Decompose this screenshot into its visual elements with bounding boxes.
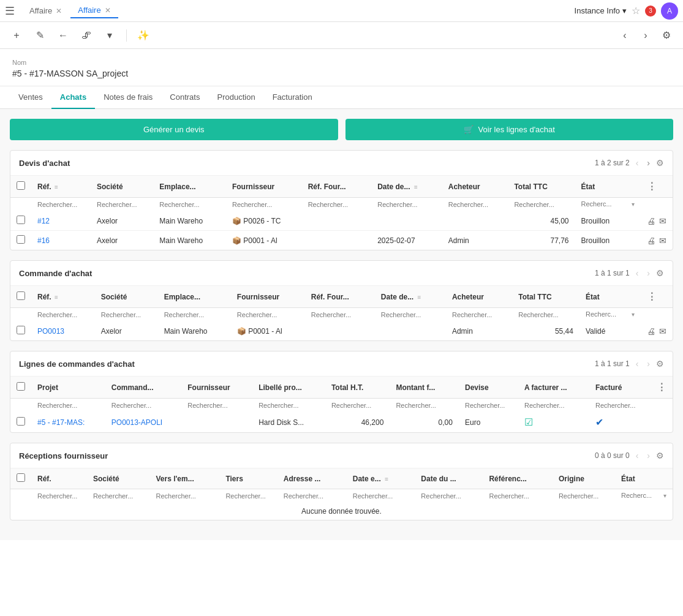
col-devise-lc[interactable]: Devise xyxy=(459,377,518,399)
search-societe-ca-input[interactable] xyxy=(101,311,152,318)
tab-achats[interactable]: Achats xyxy=(51,86,95,109)
col-adresse-rf[interactable]: Adresse ... xyxy=(277,468,347,489)
search-vers-em-rf[interactable] xyxy=(149,489,219,503)
search-tiers-rf-input[interactable] xyxy=(225,492,271,500)
instance-info-button[interactable]: Instance Info ▾ xyxy=(575,6,627,15)
col-reference-rf[interactable]: Référenc... xyxy=(483,468,552,489)
tab-affaire-1[interactable]: Affaire ✕ xyxy=(22,4,69,18)
notification-badge[interactable]: 3 xyxy=(645,6,656,17)
search-etat-da-input[interactable] xyxy=(581,200,630,208)
search-origine-rf-input[interactable] xyxy=(559,492,609,500)
col-acheteur-da[interactable]: Acheteur xyxy=(442,176,508,198)
search-etat-ca[interactable]: ▾ xyxy=(579,308,641,320)
search-ref-rf[interactable] xyxy=(31,489,87,503)
col-etat-ca[interactable]: État xyxy=(579,286,641,308)
receptions-fournisseur-prev[interactable]: ‹ xyxy=(633,449,641,462)
more-da[interactable]: ⋮ xyxy=(647,181,657,192)
search-date-da[interactable] xyxy=(371,198,442,212)
etat-dropdown-arrow-rf[interactable]: ▾ xyxy=(663,492,666,499)
add-button[interactable]: + xyxy=(7,26,26,45)
search-ref-ca[interactable] xyxy=(31,308,95,322)
receptions-fournisseur-settings[interactable]: ⚙ xyxy=(656,451,664,460)
wand-button[interactable]: ✨ xyxy=(134,26,153,45)
col-date-ca[interactable]: Date de... ≡ xyxy=(375,286,446,308)
search-ref-ca-input[interactable] xyxy=(37,311,89,318)
search-etat-rf-input[interactable] xyxy=(621,492,662,499)
search-etat-rf[interactable]: ▾ xyxy=(615,489,673,501)
col-emplacement-ca[interactable]: Emplace... xyxy=(158,286,231,308)
commande-achat-next[interactable]: › xyxy=(644,267,652,279)
commande-achat-prev[interactable]: ‹ xyxy=(633,267,641,279)
etat-dropdown-arrow-da[interactable]: ▾ xyxy=(632,201,635,208)
col-date-da[interactable]: Date de... ≡ xyxy=(371,176,442,198)
col-a-facturer-lc[interactable]: A facturer ... xyxy=(518,377,589,399)
col-tiers-rf[interactable]: Tiers xyxy=(219,468,277,489)
tab-facturation[interactable]: Facturation xyxy=(264,86,321,109)
email-btn-da-2[interactable]: ✉ xyxy=(659,236,666,246)
row-commande-lc-1[interactable]: PO0013-APOLI xyxy=(105,412,181,432)
search-etat-ca-input[interactable] xyxy=(586,310,630,318)
col-vers-em-rf[interactable]: Vers l'em... xyxy=(149,468,219,489)
checkbox-da-2[interactable] xyxy=(17,235,25,244)
search-emplacement-ca-input[interactable] xyxy=(164,311,225,318)
col-emplacement-da[interactable]: Emplace... xyxy=(153,176,226,198)
search-ref-four-ca[interactable] xyxy=(305,308,375,322)
search-total-da[interactable] xyxy=(508,198,575,212)
tab-ventes[interactable]: Ventes xyxy=(10,86,51,109)
search-vers-em-rf-input[interactable] xyxy=(156,492,213,500)
commande-achat-settings[interactable]: ⚙ xyxy=(656,268,664,278)
select-all-ca[interactable] xyxy=(17,291,25,300)
col-ref-four-da[interactable]: Réf. Four... xyxy=(302,176,372,198)
lignes-commandes-next[interactable]: › xyxy=(644,358,652,370)
lignes-commandes-settings[interactable]: ⚙ xyxy=(656,359,664,369)
col-societe-rf[interactable]: Société xyxy=(87,468,150,489)
search-total-da-input[interactable] xyxy=(514,201,568,208)
tab-close-2[interactable]: ✕ xyxy=(105,6,111,15)
col-ref-da[interactable]: Réf. ≡ xyxy=(31,176,91,198)
favorite-icon[interactable]: ☆ xyxy=(632,5,640,17)
col-total-ht-lc[interactable]: Total H.T. xyxy=(325,377,390,399)
search-ref-da[interactable] xyxy=(31,198,91,212)
search-societe-rf-input[interactable] xyxy=(93,492,144,500)
attach-button[interactable]: 🖇 xyxy=(77,26,96,45)
row-checkbox-ca-1[interactable] xyxy=(10,321,31,340)
search-adresse-rf[interactable] xyxy=(277,489,347,503)
col-acheteur-ca[interactable]: Acheteur xyxy=(446,286,512,308)
col-date-du-rf[interactable]: Date du ... xyxy=(415,468,483,489)
edit-button[interactable]: ✎ xyxy=(31,26,49,45)
search-date-e-rf[interactable] xyxy=(347,489,415,503)
row-ref-ca-1[interactable]: PO0013 xyxy=(31,321,95,340)
search-fournisseur-ca-input[interactable] xyxy=(237,311,299,318)
email-btn-ca-1[interactable]: ✉ xyxy=(659,326,666,336)
search-societe-da[interactable] xyxy=(91,198,153,212)
view-purchase-lines-button[interactable]: 🛒 Voir les lignes d'achat xyxy=(345,119,674,140)
search-total-ht-lc[interactable] xyxy=(325,399,390,413)
search-facture-lc[interactable] xyxy=(589,399,651,413)
prev-record-button[interactable]: ‹ xyxy=(616,26,634,45)
col-total-da[interactable]: Total TTC xyxy=(508,176,575,198)
checkbox-ca-1[interactable] xyxy=(17,326,25,334)
search-fournisseur-lc-input[interactable] xyxy=(187,402,246,409)
col-societe-da[interactable]: Société xyxy=(91,176,153,198)
search-acheteur-da-input[interactable] xyxy=(448,201,502,208)
col-projet-lc[interactable]: Projet xyxy=(31,377,105,399)
search-ref-four-da-input[interactable] xyxy=(308,201,366,208)
search-a-facturer-lc[interactable] xyxy=(518,399,589,413)
col-montant-lc[interactable]: Montant f... xyxy=(390,377,459,399)
search-total-ca-input[interactable] xyxy=(518,311,573,318)
col-fournisseur-lc[interactable]: Fournisseur xyxy=(181,377,252,399)
search-total-ca[interactable] xyxy=(512,308,579,322)
tab-notes-de-frais[interactable]: Notes de frais xyxy=(95,86,161,109)
search-acheteur-ca-input[interactable] xyxy=(452,311,506,318)
col-origine-rf[interactable]: Origine xyxy=(553,468,615,489)
search-date-du-rf-input[interactable] xyxy=(421,492,477,500)
search-fournisseur-lc[interactable] xyxy=(181,399,252,413)
search-societe-ca[interactable] xyxy=(95,308,158,322)
row-checkbox-lc-1[interactable] xyxy=(10,412,31,432)
search-etat-da[interactable]: ▾ xyxy=(575,198,641,210)
tab-close-1[interactable]: ✕ xyxy=(56,7,62,15)
col-ref-four-ca[interactable]: Réf. Four... xyxy=(305,286,375,308)
search-acheteur-da[interactable] xyxy=(442,198,508,212)
col-libelle-lc[interactable]: Libellé pro... xyxy=(252,377,325,399)
search-adresse-rf-input[interactable] xyxy=(284,492,341,500)
